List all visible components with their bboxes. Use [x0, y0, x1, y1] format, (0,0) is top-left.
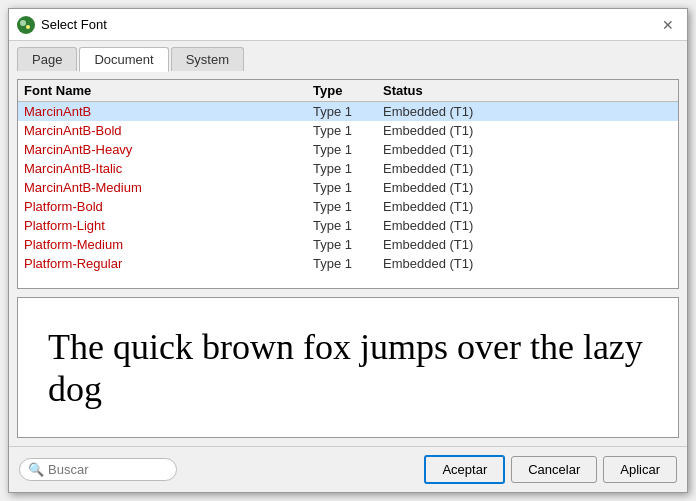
table-header: Font Name Type Status	[18, 80, 678, 102]
title-bar: Select Font ✕	[9, 9, 687, 41]
close-button[interactable]: ✕	[657, 14, 679, 36]
header-font-name: Font Name	[24, 83, 313, 98]
font-name-cell: MarcinAntB-Heavy	[24, 142, 313, 157]
font-name-cell: Platform-Light	[24, 218, 313, 233]
table-row[interactable]: Platform-Bold Type 1 Embedded (T1)	[18, 197, 678, 216]
font-type-cell: Type 1	[313, 180, 383, 195]
table-row[interactable]: MarcinAntB-Medium Type 1 Embedded (T1)	[18, 178, 678, 197]
font-status-cell: Embedded (T1)	[383, 237, 672, 252]
tab-document[interactable]: Document	[79, 47, 168, 72]
font-status-cell: Embedded (T1)	[383, 142, 672, 157]
select-font-dialog: Select Font ✕ Page Document System Font …	[8, 8, 688, 493]
font-type-cell: Type 1	[313, 237, 383, 252]
search-icon: 🔍	[28, 462, 44, 477]
font-type-cell: Type 1	[313, 256, 383, 271]
font-name-cell: MarcinAntB-Italic	[24, 161, 313, 176]
font-type-cell: Type 1	[313, 104, 383, 119]
font-status-cell: Embedded (T1)	[383, 123, 672, 138]
table-row[interactable]: Platform-Light Type 1 Embedded (T1)	[18, 216, 678, 235]
font-status-cell: Embedded (T1)	[383, 161, 672, 176]
dialog-title: Select Font	[41, 17, 107, 32]
font-name-cell: Platform-Regular	[24, 256, 313, 271]
font-status-cell: Embedded (T1)	[383, 199, 672, 214]
font-type-cell: Type 1	[313, 161, 383, 176]
tab-bar: Page Document System	[9, 41, 687, 71]
search-input[interactable]	[48, 462, 168, 477]
table-row[interactable]: Platform-Regular Type 1 Embedded (T1)	[18, 254, 678, 273]
table-body[interactable]: MarcinAntB Type 1 Embedded (T1) MarcinAn…	[18, 102, 678, 288]
dialog-content: Font Name Type Status MarcinAntB Type 1 …	[9, 71, 687, 446]
app-icon	[17, 16, 35, 34]
font-name-cell: Platform-Medium	[24, 237, 313, 252]
preview-text: The quick brown fox jumps over the lazy …	[48, 326, 648, 410]
tab-system[interactable]: System	[171, 47, 244, 71]
table-row[interactable]: MarcinAntB-Italic Type 1 Embedded (T1)	[18, 159, 678, 178]
font-type-cell: Type 1	[313, 123, 383, 138]
font-table: Font Name Type Status MarcinAntB Type 1 …	[17, 79, 679, 289]
font-name-cell: Platform-Bold	[24, 199, 313, 214]
font-type-cell: Type 1	[313, 142, 383, 157]
font-type-cell: Type 1	[313, 218, 383, 233]
font-name-cell: MarcinAntB-Bold	[24, 123, 313, 138]
font-status-cell: Embedded (T1)	[383, 180, 672, 195]
apply-button[interactable]: Aplicar	[603, 456, 677, 483]
table-row[interactable]: MarcinAntB-Bold Type 1 Embedded (T1)	[18, 121, 678, 140]
table-row[interactable]: MarcinAntB Type 1 Embedded (T1)	[18, 102, 678, 121]
header-type: Type	[313, 83, 383, 98]
font-name-cell: MarcinAntB	[24, 104, 313, 119]
tab-page[interactable]: Page	[17, 47, 77, 71]
search-box[interactable]: 🔍	[19, 458, 177, 481]
svg-point-2	[26, 25, 30, 29]
font-status-cell: Embedded (T1)	[383, 104, 672, 119]
font-status-cell: Embedded (T1)	[383, 256, 672, 271]
cancel-button[interactable]: Cancelar	[511, 456, 597, 483]
font-preview: The quick brown fox jumps over the lazy …	[17, 297, 679, 438]
table-row[interactable]: MarcinAntB-Heavy Type 1 Embedded (T1)	[18, 140, 678, 159]
font-name-cell: MarcinAntB-Medium	[24, 180, 313, 195]
accept-button[interactable]: Aceptar	[424, 455, 505, 484]
table-row[interactable]: Platform-Medium Type 1 Embedded (T1)	[18, 235, 678, 254]
header-status: Status	[383, 83, 672, 98]
title-bar-left: Select Font	[17, 16, 107, 34]
dialog-footer: 🔍 Aceptar Cancelar Aplicar	[9, 446, 687, 492]
svg-point-1	[20, 20, 26, 26]
font-type-cell: Type 1	[313, 199, 383, 214]
svg-point-0	[17, 16, 35, 34]
font-status-cell: Embedded (T1)	[383, 218, 672, 233]
